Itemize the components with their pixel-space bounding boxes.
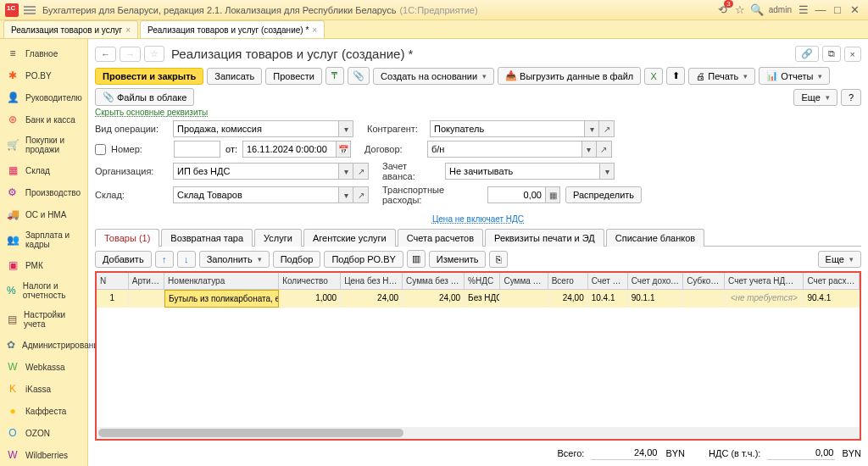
- tab-close-icon[interactable]: ×: [125, 25, 131, 35]
- post-close-button[interactable]: Провести и закрыть: [95, 68, 203, 85]
- op-type-input[interactable]: [173, 120, 338, 137]
- more-button[interactable]: Еще: [793, 89, 837, 106]
- column-header[interactable]: Сумма без НДС: [403, 273, 465, 289]
- inner-tab[interactable]: Счета расчетов: [398, 229, 483, 247]
- column-header[interactable]: Счет доходов: [628, 273, 684, 289]
- number-checkbox[interactable]: [95, 144, 106, 155]
- move-down-icon[interactable]: ↓: [177, 251, 196, 268]
- print-button[interactable]: 🖨 Печать: [688, 68, 755, 85]
- add-button[interactable]: Добавить: [95, 251, 152, 268]
- avans-input[interactable]: [445, 163, 599, 180]
- dropdown-icon[interactable]: ▾: [599, 163, 615, 180]
- cell[interactable]: 1: [97, 290, 129, 308]
- price-nds-link[interactable]: Цена не включает НДС: [432, 214, 524, 224]
- warehouse-input[interactable]: [173, 186, 338, 203]
- favorite-icon[interactable]: ☆: [144, 46, 164, 62]
- open-icon[interactable]: ↗: [353, 186, 369, 203]
- cell[interactable]: [500, 290, 548, 308]
- calendar-icon[interactable]: 📅: [336, 141, 351, 158]
- open-icon[interactable]: ↗: [597, 141, 612, 158]
- org-input[interactable]: [173, 163, 338, 180]
- column-header[interactable]: Субконто: [683, 273, 725, 289]
- number-input[interactable]: [174, 141, 220, 158]
- notifications-icon[interactable]: ⟲: [715, 3, 732, 16]
- sidebar-item[interactable]: ≡Главное: [0, 42, 87, 64]
- inner-tab[interactable]: Товары (1): [95, 229, 159, 247]
- maximize-icon[interactable]: □: [829, 3, 846, 16]
- move-up-icon[interactable]: ↑: [155, 251, 174, 268]
- sidebar-item[interactable]: ▦Склад: [0, 159, 87, 181]
- inner-tab[interactable]: Реквизиты печати и ЭД: [485, 229, 604, 247]
- search-icon[interactable]: 🔍: [748, 3, 765, 16]
- tab-list[interactable]: Реализация товаров и услуг×: [3, 20, 138, 38]
- cell[interactable]: 10.4.1: [588, 290, 628, 308]
- close-icon[interactable]: ✕: [846, 3, 863, 16]
- sidebar-item[interactable]: ▤Настройки учета: [0, 305, 87, 334]
- cell[interactable]: [683, 290, 725, 308]
- page-close-icon[interactable]: ×: [844, 47, 861, 62]
- sidebar-item[interactable]: OOZON: [0, 422, 87, 444]
- transport-input[interactable]: [487, 186, 545, 203]
- distribute-button[interactable]: Распределить: [565, 186, 642, 203]
- dropdown-icon[interactable]: ▾: [338, 163, 353, 180]
- column-header[interactable]: Всего: [548, 273, 588, 289]
- date-input[interactable]: [242, 141, 336, 158]
- sidebar-item[interactable]: WWebkassa: [0, 356, 87, 378]
- user-label[interactable]: admin: [765, 5, 795, 14]
- window-icon[interactable]: ⧉: [822, 46, 841, 62]
- sidebar-item[interactable]: WWildberries: [0, 444, 87, 466]
- attach-icon[interactable]: 📎: [348, 67, 370, 85]
- cell[interactable]: 24,00: [548, 290, 588, 308]
- column-header[interactable]: Номенклатура: [164, 273, 279, 289]
- column-header[interactable]: Артикул: [129, 273, 164, 289]
- tab-close-icon[interactable]: ×: [312, 25, 317, 35]
- sidebar-item[interactable]: 👥Зарплата и кадры: [0, 225, 87, 254]
- sidebar-item[interactable]: ✿Администрирование: [0, 334, 87, 356]
- cell[interactable]: <не требуется>: [725, 290, 804, 308]
- dropdown-icon[interactable]: ▾: [581, 141, 597, 158]
- reports-button[interactable]: 📊 Отчеты: [759, 67, 830, 85]
- open-icon[interactable]: ↗: [353, 163, 369, 180]
- inner-tab[interactable]: Услуги: [254, 229, 302, 247]
- cell[interactable]: 1,000: [279, 290, 341, 308]
- write-button[interactable]: Записать: [207, 68, 262, 85]
- sidebar-item[interactable]: KiKassa: [0, 378, 87, 400]
- sidebar-item[interactable]: 🛒Покупки и продажи: [0, 130, 87, 159]
- barcode-icon[interactable]: ▥: [407, 250, 426, 268]
- cell[interactable]: Бутыль из поликарбоната, емкость 18,9л: [164, 290, 279, 308]
- sidebar-item[interactable]: %Налоги и отчетность: [0, 276, 87, 305]
- cell[interactable]: 24,00: [341, 290, 403, 308]
- cell[interactable]: Без НДС: [465, 290, 500, 308]
- inner-tab[interactable]: Агентские услуги: [303, 229, 396, 247]
- sidebar-item[interactable]: ▣РМК: [0, 254, 87, 276]
- minimize-icon[interactable]: —: [812, 3, 829, 16]
- open-icon[interactable]: ↗: [599, 120, 615, 137]
- dropdown-icon[interactable]: ▾: [338, 186, 353, 203]
- table-row[interactable]: 1Бутыль из поликарбоната, емкость 18,9л1…: [97, 290, 860, 308]
- grid-more-button[interactable]: Еще: [818, 251, 861, 268]
- cell[interactable]: 90.1.1: [628, 290, 684, 308]
- cell[interactable]: 24,00: [403, 290, 465, 308]
- sidebar-item[interactable]: ✱PO.BY: [0, 64, 87, 86]
- dogovor-input[interactable]: [427, 141, 581, 158]
- dropdown-icon[interactable]: ▾: [338, 120, 353, 137]
- post-button[interactable]: Провести: [265, 68, 322, 85]
- column-header[interactable]: Счет учета НДС по реализ...: [725, 273, 804, 289]
- column-header[interactable]: Сумма НДС: [500, 273, 548, 289]
- column-header[interactable]: %НДС: [465, 273, 500, 289]
- sidebar-item[interactable]: 🚚ОС и НМА: [0, 203, 87, 225]
- settings-icon[interactable]: ☰: [795, 3, 812, 16]
- sidebar-item[interactable]: 👤Руководителю: [0, 86, 87, 108]
- dropdown-icon[interactable]: ▾: [584, 120, 599, 137]
- column-header[interactable]: Количество: [279, 273, 341, 289]
- history-icon[interactable]: ☆: [732, 3, 748, 16]
- column-header[interactable]: Цена без НДС: [341, 273, 403, 289]
- sidebar-item[interactable]: ⊛Банк и касса: [0, 108, 87, 130]
- fill-button[interactable]: Заполнить: [199, 251, 270, 268]
- sidebar-item[interactable]: ●Каффеста: [0, 400, 87, 422]
- inner-tab[interactable]: Возвратная тара: [161, 229, 253, 247]
- horizontal-scrollbar[interactable]: [97, 427, 860, 439]
- contragent-input[interactable]: [430, 120, 584, 137]
- change-button[interactable]: Изменить: [429, 251, 487, 268]
- column-header[interactable]: N: [97, 273, 129, 289]
